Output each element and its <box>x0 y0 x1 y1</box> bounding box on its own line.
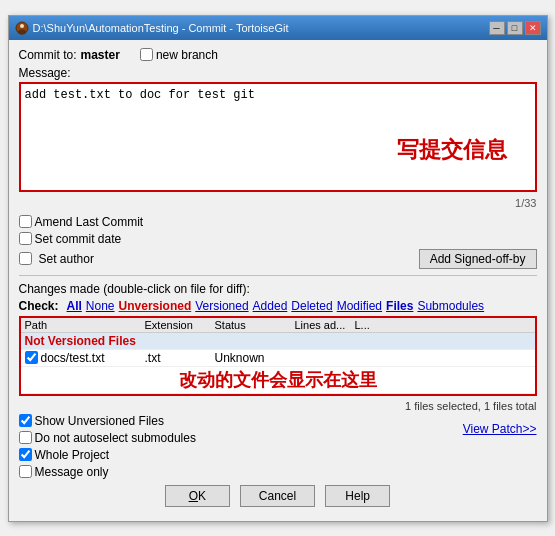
amend-label: Amend Last Commit <box>35 215 144 229</box>
file-lines-added <box>291 349 351 366</box>
col-lines-added: Lines ad... <box>291 318 351 333</box>
help-button[interactable]: Help <box>325 485 390 507</box>
filter-submodules[interactable]: Submodules <box>417 299 484 313</box>
filter-versioned[interactable]: Versioned <box>195 299 248 313</box>
svg-point-2 <box>18 29 26 34</box>
title-bar: D:\ShuYun\AutomationTesting - Commit - T… <box>9 16 547 40</box>
title-bar-left: D:\ShuYun\AutomationTesting - Commit - T… <box>15 21 289 35</box>
message-textarea[interactable]: add test.txt to doc for test git <box>19 82 537 192</box>
bottom-left-options: Show Unversioned Files Do not autoselect… <box>19 414 200 448</box>
filter-files[interactable]: Files <box>386 299 413 313</box>
whole-project-row: Whole Project <box>19 448 537 462</box>
chinese-overlay-row: 改动的文件会显示在这里 <box>21 366 535 393</box>
file-l <box>351 349 535 366</box>
cancel-button[interactable]: Cancel <box>240 485 315 507</box>
bottom-options: 1 files selected, 1 files total Show Unv… <box>19 400 537 479</box>
file-checkbox-cell[interactable]: docs/test.txt <box>21 349 141 366</box>
check-label: Check: <box>19 299 59 313</box>
commit-date-checkbox[interactable] <box>19 232 32 245</box>
svg-point-1 <box>20 24 24 28</box>
help-label: Help <box>345 489 370 503</box>
file-table-wrapper: Path Extension Status Lines ad... L... N… <box>19 316 537 396</box>
filter-none[interactable]: None <box>86 299 115 313</box>
minimize-button[interactable]: ─ <box>489 21 505 35</box>
bottom-split-row: Show Unversioned Files Do not autoselect… <box>19 414 537 448</box>
add-signed-off-button[interactable]: Add Signed-off-by <box>419 249 537 269</box>
filter-all[interactable]: All <box>67 299 82 313</box>
show-unversioned-row: Show Unversioned Files <box>19 414 200 428</box>
window-controls: ─ □ ✕ <box>489 21 541 35</box>
changes-section: Changes made (double-click on file for d… <box>19 282 537 396</box>
commit-to-row: Commit to: master new branch <box>19 48 537 62</box>
amend-row: Amend Last Commit <box>19 215 537 229</box>
filter-row: Check: All None Unversioned Versioned Ad… <box>19 299 537 313</box>
author-left: Set author <box>19 252 98 266</box>
options-section: Amend Last Commit Set commit date Set au… <box>19 215 537 269</box>
message-only-row: Message only <box>19 465 537 479</box>
app-icon <box>15 21 29 35</box>
main-window: D:\ShuYun\AutomationTesting - Commit - T… <box>8 15 548 522</box>
ok-button[interactable]: OK <box>165 485 230 507</box>
files-count: 1 files selected, 1 files total <box>19 400 537 412</box>
filter-modified[interactable]: Modified <box>337 299 382 313</box>
commit-to-label: Commit to: <box>19 48 77 62</box>
file-table: Path Extension Status Lines ad... L... N… <box>21 318 535 394</box>
group-row: Not Versioned Files <box>21 332 535 349</box>
close-button[interactable]: ✕ <box>525 21 541 35</box>
table-header-row: Path Extension Status Lines ad... L... <box>21 318 535 333</box>
message-only-checkbox[interactable] <box>19 465 32 478</box>
whole-project-label: Whole Project <box>35 448 110 462</box>
cancel-label: Cancel <box>259 489 296 503</box>
no-autoselect-row: Do not autoselect submodules <box>19 431 200 445</box>
whole-project-checkbox[interactable] <box>19 448 32 461</box>
amend-checkbox[interactable] <box>19 215 32 228</box>
show-unversioned-checkbox[interactable] <box>19 414 32 427</box>
action-buttons: OK Cancel Help <box>19 485 537 513</box>
show-unversioned-label: Show Unversioned Files <box>35 414 164 428</box>
filter-added[interactable]: Added <box>253 299 288 313</box>
col-path: Path <box>21 318 141 333</box>
new-branch-checkbox[interactable] <box>140 48 153 61</box>
author-label: Set author <box>39 252 94 266</box>
commit-date-row: Set commit date <box>19 232 537 246</box>
view-patch-link[interactable]: View Patch>> <box>463 422 537 436</box>
col-extension: Extension <box>141 318 211 333</box>
author-checkbox[interactable] <box>19 252 32 265</box>
message-label: Message: <box>19 66 537 80</box>
changes-header: Changes made (double-click on file for d… <box>19 282 537 296</box>
group-label: Not Versioned Files <box>21 332 535 349</box>
message-only-label: Message only <box>35 465 109 479</box>
file-path: docs/test.txt <box>41 351 105 365</box>
file-status: Unknown <box>211 349 291 366</box>
no-autoselect-checkbox[interactable] <box>19 431 32 444</box>
commit-to-value: master <box>81 48 120 62</box>
window-content: Commit to: master new branch Message: ad… <box>9 40 547 521</box>
maximize-button[interactable]: □ <box>507 21 523 35</box>
new-branch-label: new branch <box>156 48 218 62</box>
author-row: Set author Add Signed-off-by <box>19 249 537 269</box>
char-count: 1/33 <box>19 197 537 209</box>
filter-unversioned[interactable]: Unversioned <box>119 299 192 313</box>
col-l: L... <box>351 318 535 333</box>
no-autoselect-label: Do not autoselect submodules <box>35 431 196 445</box>
file-row-checkbox[interactable] <box>25 351 38 364</box>
table-row[interactable]: docs/test.txt .txt Unknown <box>21 349 535 366</box>
ok-label: OK <box>189 489 206 503</box>
separator-1 <box>19 275 537 276</box>
file-extension: .txt <box>141 349 211 366</box>
filter-deleted[interactable]: Deleted <box>291 299 332 313</box>
col-status: Status <box>211 318 291 333</box>
window-title: D:\ShuYun\AutomationTesting - Commit - T… <box>33 22 289 34</box>
chinese-overlay: 改动的文件会显示在这里 <box>21 366 535 393</box>
signed-off-label: Add Signed-off-by <box>430 252 526 266</box>
commit-date-label: Set commit date <box>35 232 122 246</box>
